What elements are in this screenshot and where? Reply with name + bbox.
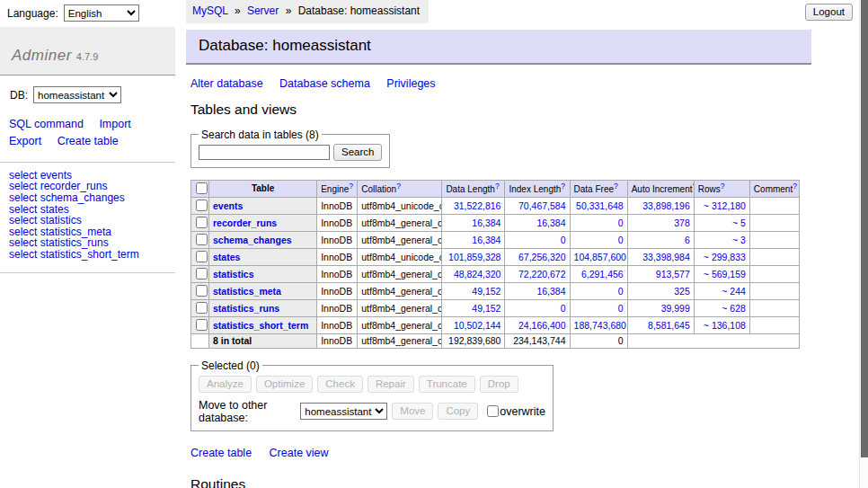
search-fieldset: Search data in tables (8) Search bbox=[190, 129, 390, 168]
scrollbar-thumb[interactable] bbox=[861, 0, 868, 457]
language-select[interactable]: English bbox=[64, 4, 139, 22]
data-free-link[interactable]: 50,331,648 bbox=[576, 200, 624, 211]
data-free-link[interactable]: 0 bbox=[618, 217, 624, 228]
data-free-link[interactable]: 104,857,600 bbox=[574, 252, 626, 262]
data-length-link[interactable]: 16,384 bbox=[472, 217, 500, 228]
create-table-link[interactable]: Create table bbox=[190, 447, 252, 459]
rows-count-link[interactable]: ~ 136,108 bbox=[704, 320, 746, 331]
auto-increment-link[interactable]: 8,581,645 bbox=[648, 320, 690, 331]
row-checkbox[interactable] bbox=[196, 200, 208, 211]
table-link-states[interactable]: states bbox=[213, 252, 240, 262]
data-free-link[interactable]: 188,743,680 bbox=[574, 320, 626, 331]
data-free-link[interactable]: 0 bbox=[618, 235, 624, 245]
alter-database-link[interactable]: Alter database bbox=[190, 77, 263, 90]
comment-cell bbox=[749, 197, 799, 214]
data-length-link[interactable]: 49,152 bbox=[472, 303, 500, 314]
data-free-link[interactable]: 6,291,456 bbox=[581, 269, 624, 279]
logout-button[interactable]: Logout bbox=[805, 4, 853, 21]
row-checkbox[interactable] bbox=[196, 217, 208, 228]
data-length-link[interactable]: 101,859,328 bbox=[448, 252, 500, 262]
table-link-statistics-short-term[interactable]: statistics_short_term bbox=[213, 320, 308, 331]
collation-cell: utf8mb4_general_ci bbox=[358, 299, 442, 316]
index-length-link[interactable]: 72,220,672 bbox=[518, 269, 566, 279]
rows-hint-link[interactable]: ? bbox=[721, 182, 725, 191]
rows-count-link[interactable]: ~ 569,159 bbox=[704, 269, 746, 279]
truncate-button[interactable]: Truncate bbox=[419, 376, 475, 393]
sidebar-select-statistics[interactable]: select statistics bbox=[9, 215, 166, 226]
comment-hint-link[interactable]: ? bbox=[793, 182, 797, 191]
auto-increment-link[interactable]: 33,898,196 bbox=[642, 200, 690, 211]
drop-button[interactable]: Drop bbox=[480, 376, 518, 393]
auto-increment-link[interactable]: 913,577 bbox=[656, 269, 690, 279]
index-length-link[interactable]: 0 bbox=[561, 303, 566, 314]
index-length-link[interactable]: 24,166,400 bbox=[518, 320, 566, 331]
move-database-select[interactable]: homeassistant bbox=[300, 403, 387, 420]
rows-count-link[interactable]: ~ 312,180 bbox=[704, 200, 746, 211]
data-length-link[interactable]: 49,152 bbox=[472, 286, 500, 297]
sidebar-link-export[interactable]: Export bbox=[9, 135, 41, 147]
table-link-events[interactable]: events bbox=[213, 200, 243, 211]
data-length-link[interactable]: 10,502,144 bbox=[454, 320, 501, 331]
auto-increment-link[interactable]: 378 bbox=[674, 217, 690, 228]
index-length-link[interactable]: 16,384 bbox=[536, 286, 565, 297]
index-length-link[interactable]: 67,256,320 bbox=[518, 252, 566, 262]
rows-count-link[interactable]: ~ 5 bbox=[732, 217, 746, 228]
row-checkbox[interactable] bbox=[196, 234, 208, 245]
table-link-statistics-meta[interactable]: statistics_meta bbox=[213, 286, 281, 297]
db-select[interactable]: homeassistant bbox=[33, 86, 121, 103]
auto-increment-link[interactable]: 325 bbox=[674, 286, 690, 297]
rows-count-link[interactable]: ~ 299,833 bbox=[704, 252, 746, 262]
privileges-link[interactable]: Privileges bbox=[386, 77, 435, 90]
data-free-link[interactable]: 0 bbox=[618, 303, 624, 314]
row-checkbox[interactable] bbox=[196, 285, 208, 297]
auto-increment-link[interactable]: 33,398,984 bbox=[642, 252, 690, 262]
sidebar-select-schema-changes[interactable]: select schema_changes bbox=[9, 192, 166, 204]
index-length-link[interactable]: 16,384 bbox=[536, 217, 565, 228]
collation-cell: utf8mb4_unicode_ci bbox=[358, 248, 442, 265]
table-link-schema-changes[interactable]: schema_changes bbox=[213, 235, 292, 245]
select-all-checkbox[interactable] bbox=[196, 182, 208, 194]
row-checkbox[interactable] bbox=[196, 302, 208, 314]
optimize-button[interactable]: Optimize bbox=[256, 376, 313, 393]
overwrite-checkbox[interactable] bbox=[487, 405, 499, 417]
data-length-link[interactable]: 31,522,816 bbox=[454, 200, 501, 211]
breadcrumb-link-mysql[interactable]: MySQL bbox=[192, 4, 228, 17]
index-length-link[interactable]: 70,467,584 bbox=[518, 200, 566, 211]
collation-hint-link[interactable]: ? bbox=[396, 182, 401, 191]
rows-count-link[interactable]: ~ 628 bbox=[722, 303, 746, 314]
search-button[interactable]: Search bbox=[333, 144, 382, 161]
sidebar-link-import[interactable]: Import bbox=[99, 118, 130, 130]
search-input[interactable] bbox=[199, 145, 330, 160]
sidebar-link-sql-command[interactable]: SQL command bbox=[9, 118, 84, 130]
index-length-hint-link[interactable]: ? bbox=[561, 182, 565, 191]
create-view-link[interactable]: Create view bbox=[270, 447, 329, 459]
comment-cell bbox=[749, 214, 799, 231]
row-checkbox[interactable] bbox=[196, 268, 208, 279]
data-free-hint-link[interactable]: ? bbox=[614, 182, 618, 191]
table-link-recorder-runs[interactable]: recorder_runs bbox=[213, 217, 277, 228]
copy-button[interactable]: Copy bbox=[438, 403, 478, 420]
analyze-button[interactable]: Analyze bbox=[199, 376, 252, 393]
data-length-link[interactable]: 48,824,320 bbox=[454, 269, 501, 279]
row-checkbox[interactable] bbox=[196, 251, 208, 262]
move-button[interactable]: Move bbox=[392, 403, 433, 420]
engine-hint-link[interactable]: ? bbox=[349, 182, 353, 191]
auto-increment-link[interactable]: 39,999 bbox=[661, 303, 690, 314]
index-length-link[interactable]: 0 bbox=[561, 235, 566, 245]
table-link-statistics[interactable]: statistics bbox=[213, 269, 254, 279]
auto-increment-link[interactable]: 6 bbox=[685, 235, 690, 245]
check-button[interactable]: Check bbox=[317, 376, 363, 393]
sidebar-link-create-table[interactable]: Create table bbox=[58, 135, 119, 147]
table-link-statistics-runs[interactable]: statistics_runs bbox=[213, 303, 279, 314]
breadcrumb-link-server[interactable]: Server bbox=[247, 4, 279, 17]
rows-count-link[interactable]: ~ 3 bbox=[732, 235, 746, 245]
repair-button[interactable]: Repair bbox=[368, 376, 414, 393]
data-length-link[interactable]: 16,384 bbox=[472, 235, 500, 245]
data-length-hint-link[interactable]: ? bbox=[495, 182, 500, 191]
sidebar-select-statistics-short-term[interactable]: select statistics_short_term bbox=[9, 249, 166, 261]
adminer-logo-link[interactable]: Adminer bbox=[12, 47, 72, 64]
data-free-link[interactable]: 0 bbox=[618, 286, 624, 297]
row-checkbox[interactable] bbox=[196, 319, 208, 331]
rows-count-link[interactable]: ~ 244 bbox=[722, 286, 746, 297]
database-schema-link[interactable]: Database schema bbox=[279, 77, 370, 90]
